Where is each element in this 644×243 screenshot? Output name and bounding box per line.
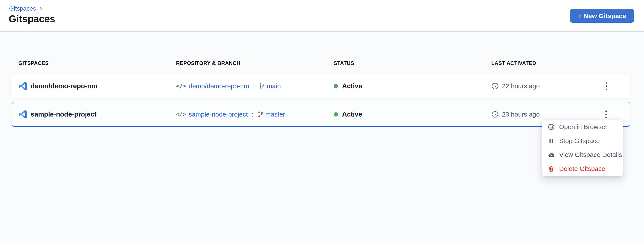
column-header-last-activated: LAST ACTIVATED <box>491 61 630 66</box>
menu-item-stop-gitspace[interactable]: Stop Gitspace <box>542 134 622 148</box>
repository-branch-cell: </> demo/demo-repo-nm : main <box>176 82 334 90</box>
menu-item-label: Stop Gitspace <box>559 137 600 145</box>
table-row[interactable]: demo/demo-repo-nm </> demo/demo-repo-nm … <box>12 74 630 98</box>
page-title: Gitspaces <box>9 14 55 24</box>
row-menu-button[interactable] <box>603 79 610 93</box>
colon-separator: : <box>251 111 254 118</box>
branch-link[interactable]: main <box>267 82 281 90</box>
menu-item-label: Delete Gitspace <box>559 165 605 172</box>
status-dot-icon <box>334 84 338 88</box>
branch-link[interactable]: master <box>265 111 285 118</box>
vscode-icon <box>18 110 27 119</box>
row-menu-button[interactable] <box>602 108 610 121</box>
gitspace-name: demo/demo-repo-nm <box>31 82 97 90</box>
menu-item-label: Open in Browser <box>559 123 607 131</box>
pause-icon <box>548 137 555 145</box>
trash-icon <box>548 165 555 172</box>
column-header-status: STATUS <box>334 61 491 66</box>
column-header-gitspaces: GITSPACES <box>18 61 176 66</box>
status-dot-icon <box>334 112 338 117</box>
clock-icon <box>491 111 499 118</box>
git-branch-icon <box>257 111 264 118</box>
status-cell: Active <box>334 110 491 118</box>
breadcrumb: Gitspaces <box>9 5 44 12</box>
new-gitspace-button[interactable]: + New Gitspace <box>570 9 634 23</box>
table-row-selected[interactable]: sample-node-project </> sample-node-proj… <box>12 102 630 127</box>
last-activated-text: 23 hours ago <box>502 111 540 118</box>
status-badge: Active <box>342 110 362 118</box>
column-header-repository-branch: REPOSITORY & BRANCH <box>176 61 334 66</box>
cloud-icon <box>548 151 555 158</box>
status-cell: Active <box>334 82 491 90</box>
code-icon: </> <box>176 111 186 118</box>
status-badge: Active <box>342 82 362 90</box>
gitspace-name: sample-node-project <box>31 110 96 118</box>
row-context-menu: Open in Browser Stop Gitspace View Gitsp… <box>542 119 623 176</box>
gitspace-name-cell: sample-node-project <box>18 110 176 119</box>
chevron-right-icon <box>39 6 44 11</box>
repository-branch-cell: </> sample-node-project : master <box>176 111 334 118</box>
vscode-icon <box>18 82 27 90</box>
colon-separator: : <box>252 82 256 90</box>
globe-icon <box>548 123 555 131</box>
menu-item-delete-gitspace[interactable]: Delete Gitspace <box>542 162 622 176</box>
breadcrumb-link-gitspaces[interactable]: Gitspaces <box>9 5 36 12</box>
menu-item-open-in-browser[interactable]: Open in Browser <box>542 120 622 134</box>
topbar: Gitspaces Gitspaces + New Gitspace <box>0 0 644 32</box>
last-activated-text: 22 hours ago <box>502 82 540 90</box>
table-header-row: GITSPACES REPOSITORY & BRANCH STATUS LAS… <box>18 61 630 66</box>
menu-item-view-gitspace-details[interactable]: View Gitspace Details <box>542 148 622 162</box>
menu-item-label: View Gitspace Details <box>559 151 622 158</box>
clock-icon <box>491 82 499 90</box>
repository-link[interactable]: sample-node-project <box>189 111 248 118</box>
repository-link[interactable]: demo/demo-repo-nm <box>189 82 249 90</box>
code-icon: </> <box>176 82 186 90</box>
git-branch-icon <box>259 83 265 89</box>
gitspace-name-cell: demo/demo-repo-nm <box>18 82 176 90</box>
